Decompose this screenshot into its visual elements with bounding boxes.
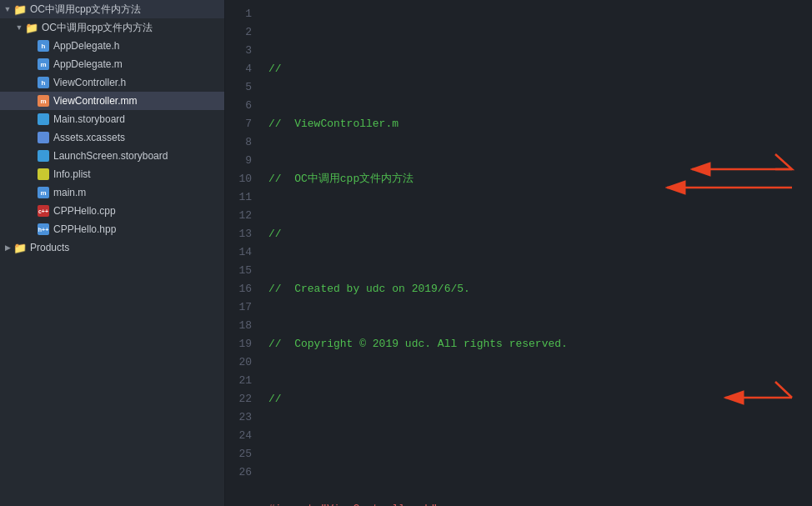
products-label: Products <box>30 242 69 253</box>
mm-file-icon: m <box>37 95 50 107</box>
cpp-icon: c++ <box>37 205 50 217</box>
line-number: 14 <box>225 243 252 262</box>
line-number: 5 <box>225 78 252 97</box>
sidebar-item-main-m[interactable]: m main.m <box>0 183 224 202</box>
code-line-6: // Copyright © 2019 udc. All rights rese… <box>268 335 812 353</box>
code-editor: 1 2 3 4 5 6 7 8 9 10 11 12 13 14 15 16 1… <box>225 0 812 506</box>
sidebar-item-viewcontroller-h[interactable]: h ViewController.h <box>0 73 224 92</box>
line-number: 1 <box>225 5 252 23</box>
line-number: 20 <box>225 353 252 372</box>
line-number: 21 <box>225 372 252 390</box>
code-line-9: #import "ViewController.h" <box>268 500 812 506</box>
line-number: 24 <box>225 427 252 445</box>
sidebar-item-label: Info.plist <box>53 168 91 180</box>
sidebar-item-appdelegate-m[interactable]: m AppDelegate.m <box>0 55 224 73</box>
code-line-8 <box>268 445 812 463</box>
m-file-icon: m <box>37 58 50 70</box>
line-number: 10 <box>225 170 252 188</box>
line-number: 17 <box>225 298 252 317</box>
sidebar-item-label: CPPHello.hpp <box>53 223 116 235</box>
line-number: 22 <box>225 390 252 408</box>
sidebar-item-products[interactable]: ▶ 📁 Products <box>0 238 224 257</box>
sidebar-item-viewcontroller-mm[interactable]: m ViewController.mm <box>0 92 224 110</box>
sidebar-item-label: main.m <box>53 187 86 198</box>
launchscreen-icon <box>37 150 50 162</box>
line-number: 16 <box>225 280 252 298</box>
main-m-icon: m <box>37 187 50 198</box>
sidebar-group-label: OC中调用cpp文件内方法 <box>42 21 153 35</box>
sidebar-item-label: Assets.xcassets <box>53 132 125 143</box>
sidebar: ▼ 📁 OC中调用cpp文件内方法 ▼ 📁 OC中调用cpp文件内方法 h Ap… <box>0 0 225 506</box>
h-file-icon: h <box>37 40 50 52</box>
sidebar-item-label: AppDelegate.m <box>53 58 123 70</box>
line-number: 3 <box>225 42 252 60</box>
line-number: 4 <box>225 60 252 78</box>
xcassets-icon <box>37 132 50 143</box>
code-line-3: // OC中调用cpp文件内方法 <box>268 170 812 188</box>
sidebar-item-cpphello-cpp[interactable]: c++ CPPHello.cpp <box>0 202 224 220</box>
sidebar-item-info-plist[interactable]: Info.plist <box>0 165 224 183</box>
sidebar-item-label: AppDelegate.h <box>53 40 119 52</box>
sidebar-group-item[interactable]: ▼ 📁 OC中调用cpp文件内方法 <box>0 18 224 37</box>
code-line-5: // Created by udc on 2019/6/5. <box>268 280 812 298</box>
sidebar-item-label: CPPHello.cpp <box>53 205 116 217</box>
line-number: 2 <box>225 23 252 42</box>
code-content[interactable]: // // ViewController.m // OC中调用cpp文件内方法 … <box>258 0 812 506</box>
line-number: 26 <box>225 463 252 482</box>
h-file-icon-2: h <box>37 77 50 88</box>
hpp-icon: h++ <box>37 223 50 235</box>
line-number: 8 <box>225 133 252 152</box>
code-line-4: // <box>268 225 812 243</box>
code-line-7: // <box>268 390 812 408</box>
chevron-right-icon: ▶ <box>2 243 13 252</box>
line-number: 13 <box>225 225 252 243</box>
chevron-down-icon: ▼ <box>2 5 13 13</box>
line-numbers: 1 2 3 4 5 6 7 8 9 10 11 12 13 14 15 16 1… <box>225 0 258 506</box>
line-number: 25 <box>225 445 252 463</box>
sidebar-item-launchscreen[interactable]: LaunchScreen.storyboard <box>0 147 224 165</box>
line-number: 18 <box>225 317 252 335</box>
sidebar-item-cpphello-hpp[interactable]: h++ CPPHello.hpp <box>0 220 224 238</box>
line-number: 19 <box>225 335 252 353</box>
code-line-2: // ViewController.m <box>268 115 812 133</box>
sidebar-item-assets[interactable]: Assets.xcassets <box>0 128 224 147</box>
chevron-down-icon-2: ▼ <box>13 23 25 32</box>
products-folder-icon: 📁 <box>13 242 27 253</box>
storyboard-icon <box>37 113 50 125</box>
root-folder-icon: 📁 <box>13 3 27 15</box>
sidebar-item-label: ViewController.mm <box>53 95 137 107</box>
sidebar-item-label: ViewController.h <box>53 77 126 88</box>
line-number: 12 <box>225 207 252 225</box>
code-line-1: // <box>268 60 812 78</box>
line-number: 9 <box>225 152 252 170</box>
sidebar-item-main-storyboard[interactable]: Main.storyboard <box>0 110 224 128</box>
plist-icon <box>37 168 50 180</box>
line-number: 11 <box>225 188 252 207</box>
group-folder-icon: 📁 <box>25 22 38 33</box>
sidebar-root-item[interactable]: ▼ 📁 OC中调用cpp文件内方法 <box>0 0 224 18</box>
line-number: 7 <box>225 115 252 133</box>
line-number: 15 <box>225 262 252 280</box>
sidebar-item-label: Main.storyboard <box>53 113 125 125</box>
sidebar-item-label: LaunchScreen.storyboard <box>53 150 168 162</box>
sidebar-item-appdelegate-h[interactable]: h AppDelegate.h <box>0 37 224 55</box>
line-number: 23 <box>225 408 252 427</box>
line-number: 6 <box>225 97 252 115</box>
sidebar-root-label: OC中调用cpp文件内方法 <box>30 3 141 17</box>
